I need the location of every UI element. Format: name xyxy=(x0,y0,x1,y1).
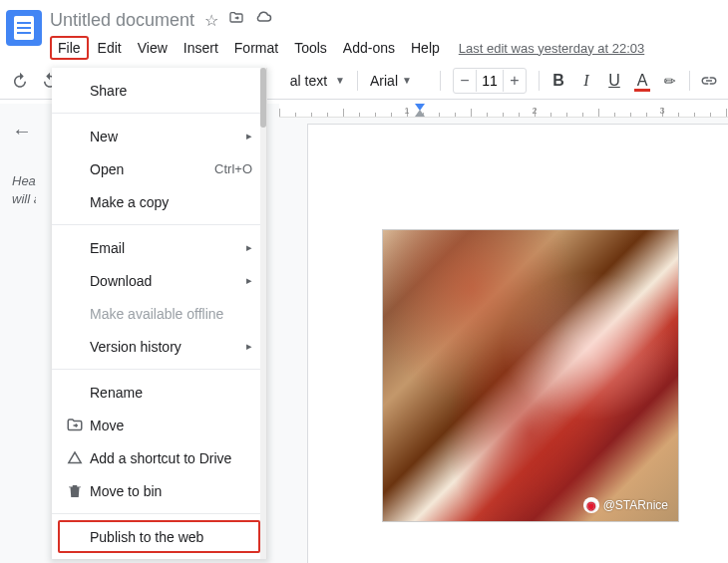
underline-button[interactable]: U xyxy=(601,68,627,94)
menu-addons[interactable]: Add-ons xyxy=(336,36,402,60)
trash-icon xyxy=(66,482,90,500)
docs-app-icon[interactable] xyxy=(6,10,42,46)
chevron-down-icon: ▼ xyxy=(335,75,345,86)
weibo-icon: ◉ xyxy=(583,497,599,513)
file-menu-offline: Make available offline xyxy=(52,297,266,330)
file-menu-share[interactable]: Share xyxy=(52,74,266,107)
submenu-arrow-icon: ▸ xyxy=(246,340,252,353)
undo-button[interactable] xyxy=(6,67,34,95)
file-menu-move-bin[interactable]: Move to bin xyxy=(52,474,266,507)
italic-button[interactable]: I xyxy=(573,68,599,94)
menu-file[interactable]: File xyxy=(50,36,89,60)
file-menu-add-shortcut[interactable]: Add a shortcut to Drive xyxy=(52,441,266,474)
outline-back-arrow[interactable]: ← xyxy=(12,120,36,142)
file-menu-email[interactable]: Email ▸ xyxy=(52,231,266,264)
file-menu-publish-web[interactable]: Publish to the web xyxy=(58,520,260,553)
file-menu-rename[interactable]: Rename xyxy=(52,376,266,409)
star-icon[interactable]: ☆ xyxy=(204,11,218,30)
font-size-increase[interactable]: + xyxy=(504,69,526,93)
menu-tools[interactable]: Tools xyxy=(287,36,334,60)
menu-help[interactable]: Help xyxy=(404,36,447,60)
outline-placeholder: Headwill a xyxy=(12,172,36,208)
cloud-status-icon[interactable] xyxy=(254,9,272,31)
last-edit-link[interactable]: Last edit was yesterday at 22:03 xyxy=(459,41,644,56)
menu-format[interactable]: Format xyxy=(227,36,285,60)
bold-button[interactable]: B xyxy=(546,68,571,94)
file-menu-new[interactable]: New ▸ xyxy=(52,120,266,152)
file-menu-make-copy[interactable]: Make a copy xyxy=(52,185,266,218)
image-watermark: ◉ @STARnice xyxy=(583,497,668,513)
horizontal-ruler[interactable]: 123456 xyxy=(279,104,728,118)
menu-view[interactable]: View xyxy=(131,36,175,60)
font-select[interactable]: Arial▼ xyxy=(364,69,434,93)
menubar: File Edit View Insert Format Tools Add-o… xyxy=(50,34,722,62)
document-title[interactable]: Untitled document xyxy=(50,10,194,31)
file-menu-version-history[interactable]: Version history ▸ xyxy=(52,330,266,363)
drive-shortcut-icon xyxy=(66,449,90,467)
menu-insert[interactable]: Insert xyxy=(177,36,225,60)
file-dropdown-menu: Share New ▸ Open Ctrl+O Make a copy Emai… xyxy=(52,68,267,559)
submenu-arrow-icon: ▸ xyxy=(246,241,252,254)
paragraph-style-select[interactable]: al text▼ xyxy=(284,69,351,93)
move-icon xyxy=(66,417,90,434)
move-folder-icon[interactable] xyxy=(228,10,244,30)
file-menu-download[interactable]: Download ▸ xyxy=(52,264,266,297)
insert-link-button[interactable] xyxy=(696,68,722,94)
font-size-decrease[interactable]: − xyxy=(454,69,476,93)
chevron-down-icon: ▼ xyxy=(402,75,412,86)
submenu-arrow-icon: ▸ xyxy=(246,130,252,142)
document-embedded-image[interactable]: ◉ @STARnice xyxy=(382,229,679,522)
text-color-button[interactable]: A xyxy=(629,68,655,94)
highlight-button[interactable]: ✎ xyxy=(657,68,683,94)
file-menu-move[interactable]: Move xyxy=(52,409,266,441)
font-size-input[interactable]: 11 xyxy=(476,70,504,92)
submenu-arrow-icon: ▸ xyxy=(246,274,252,287)
menu-edit[interactable]: Edit xyxy=(91,36,129,60)
file-menu-open[interactable]: Open Ctrl+O xyxy=(52,152,266,185)
